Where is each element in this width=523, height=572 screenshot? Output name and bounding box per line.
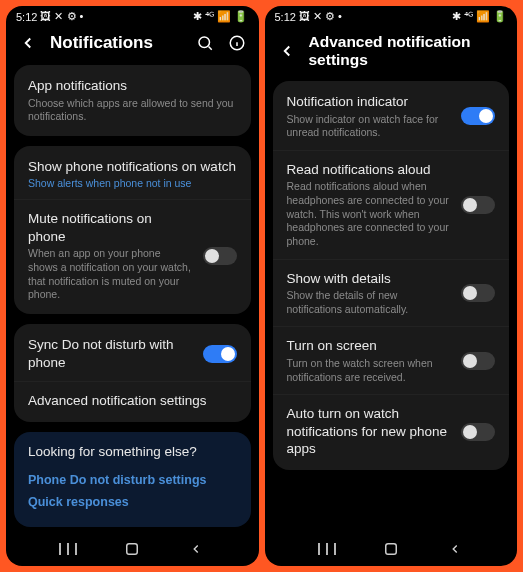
row-title: Auto turn on watch notifications for new… [287,405,452,458]
back-icon[interactable] [18,33,38,53]
svg-point-0 [199,37,210,48]
row-advanced-settings[interactable]: Advanced notification settings [14,381,251,420]
row-title: Show phone notifications on watch [28,158,237,176]
status-time: 5:12 [16,11,37,23]
link-quick-responses[interactable]: Quick responses [28,491,237,513]
status-time: 5:12 [275,11,296,23]
page-title: Notifications [50,33,183,53]
nav-home-icon[interactable] [121,538,143,560]
row-show-on-watch[interactable]: Show phone notifications on watch Show a… [14,148,251,200]
row-read-aloud[interactable]: Read notifications aloud Read notificati… [273,150,510,259]
nav-back-icon[interactable] [185,538,207,560]
toggle-sync-dnd[interactable] [203,345,237,363]
row-sub: Show the details of new notifications au… [287,289,452,316]
row-title: Advanced notification settings [28,392,237,410]
status-left-icons: 🖼 ✕ ⚙ • [299,10,342,23]
toggle-indicator[interactable] [461,107,495,125]
row-title: Show with details [287,270,452,288]
card-looking-for: Looking for something else? Phone Do not… [14,432,251,527]
status-bar: 5:12 🖼 ✕ ⚙ • ✱ ⁴ᴳ 📶 🔋 [265,6,518,25]
card-app-notifications: App notifications Choose which apps are … [14,65,251,136]
row-title: Sync Do not disturb with phone [28,336,193,371]
content: App notifications Choose which apps are … [6,65,259,528]
back-icon[interactable] [277,41,297,61]
nav-recents-icon[interactable] [57,538,79,560]
row-sub: Read notifications aloud when headphones… [287,180,452,248]
status-left-icons: 🖼 ✕ ⚙ • [40,10,83,23]
nav-back-icon[interactable] [444,538,466,560]
nav-bar [6,528,259,566]
nav-home-icon[interactable] [380,538,402,560]
card-sync-advanced: Sync Do not disturb with phone Advanced … [14,324,251,422]
search-icon[interactable] [195,33,215,53]
row-title: Notification indicator [287,93,452,111]
header: Advanced notification settings [265,25,518,81]
svg-rect-2 [127,544,138,555]
row-sub: Choose which apps are allowed to send yo… [28,97,237,124]
status-bar: 5:12 🖼 ✕ ⚙ • ✱ ⁴ᴳ 📶 🔋 [6,6,259,25]
row-show-details[interactable]: Show with details Show the details of ne… [273,259,510,327]
info-icon[interactable] [227,33,247,53]
row-sub: Turn on the watch screen when notificati… [287,357,452,384]
content: Notification indicator Show indicator on… [265,81,518,528]
card-advanced: Notification indicator Show indicator on… [273,81,510,470]
row-title: Turn on screen [287,337,452,355]
row-turn-on-screen[interactable]: Turn on screen Turn on the watch screen … [273,326,510,394]
row-mute-on-phone[interactable]: Mute notifications on phone When an app … [14,199,251,312]
nav-bar [265,528,518,566]
row-title: App notifications [28,77,237,95]
row-sub: Show indicator on watch face for unread … [287,113,452,140]
page-title: Advanced notification settings [309,33,506,69]
toggle-read-aloud[interactable] [461,196,495,214]
status-right-icons: ✱ ⁴ᴳ 📶 🔋 [452,10,507,23]
status-right-icons: ✱ ⁴ᴳ 📶 🔋 [193,10,248,23]
nav-recents-icon[interactable] [316,538,338,560]
card-watch-options: Show phone notifications on watch Show a… [14,146,251,314]
header: Notifications [6,25,259,65]
toggle-screen[interactable] [461,352,495,370]
row-app-notifications[interactable]: App notifications Choose which apps are … [14,67,251,134]
link-dnd-settings[interactable]: Phone Do not disturb settings [28,469,237,491]
svg-rect-3 [385,544,396,555]
row-auto-new-apps[interactable]: Auto turn on watch notifications for new… [273,394,510,468]
toggle-details[interactable] [461,284,495,302]
row-sub-link: Show alerts when phone not in use [28,177,237,189]
row-title: Read notifications aloud [287,161,452,179]
row-sync-dnd[interactable]: Sync Do not disturb with phone [14,326,251,381]
row-title: Mute notifications on phone [28,210,193,245]
phone-left: 5:12 🖼 ✕ ⚙ • ✱ ⁴ᴳ 📶 🔋 Notifications App … [6,6,259,566]
toggle-auto-new-apps[interactable] [461,423,495,441]
phone-right: 5:12 🖼 ✕ ⚙ • ✱ ⁴ᴳ 📶 🔋 Advanced notificat… [265,6,518,566]
row-sub: When an app on your phone shows a notifi… [28,247,193,302]
looking-title: Looking for something else? [28,444,237,459]
toggle-mute[interactable] [203,247,237,265]
row-notification-indicator[interactable]: Notification indicator Show indicator on… [273,83,510,150]
